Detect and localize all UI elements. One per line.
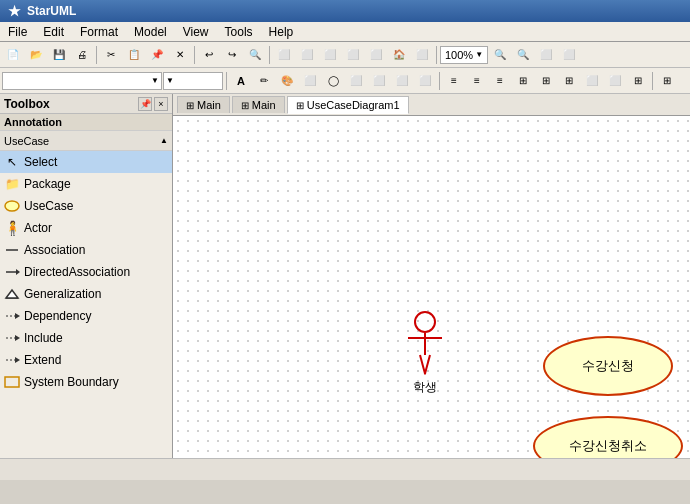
pen-btn[interactable]: ✏: [253, 70, 275, 92]
btn-e[interactable]: ⬜: [365, 44, 387, 66]
toolbox-item-dependency[interactable]: Dependency: [0, 305, 172, 327]
zoom-in-btn[interactable]: 🔍: [512, 44, 534, 66]
align4-btn[interactable]: ⊞: [512, 70, 534, 92]
usecase-1[interactable]: 수강신청: [543, 336, 673, 396]
tab-main2-icon: ⊞: [241, 100, 249, 111]
color-btn[interactable]: 🎨: [276, 70, 298, 92]
menu-tools[interactable]: Tools: [217, 24, 261, 40]
save-btn[interactable]: 💾: [48, 44, 70, 66]
align8-btn[interactable]: ⬜: [604, 70, 626, 92]
align6-btn[interactable]: ⊞: [558, 70, 580, 92]
menu-format[interactable]: Format: [72, 24, 126, 40]
paste-btn[interactable]: 📌: [146, 44, 168, 66]
select-label: Select: [24, 155, 57, 169]
align3-btn[interactable]: ≡: [489, 70, 511, 92]
text-btn[interactable]: A: [230, 70, 252, 92]
align5-btn[interactable]: ⊞: [535, 70, 557, 92]
toolbox-item-include[interactable]: Include: [0, 327, 172, 349]
toolbox-item-package[interactable]: 📁 Package: [0, 173, 172, 195]
scroll-up-btn[interactable]: ▲: [156, 132, 172, 150]
combo-dropdown-icon[interactable]: ▼: [151, 76, 159, 85]
canvas[interactable]: 학생 수강신청 수강신청취소 ✏ 수강인원확인 ✓ ✕: [173, 116, 690, 458]
redo-btn[interactable]: ↪: [221, 44, 243, 66]
menu-bar: File Edit Format Model View Tools Help: [0, 22, 690, 42]
sep5: [226, 72, 227, 90]
combo-box2[interactable]: ▼: [163, 72, 223, 90]
menu-edit[interactable]: Edit: [35, 24, 72, 40]
directed-assoc-label: DirectedAssociation: [24, 265, 130, 279]
svg-marker-7: [15, 313, 20, 319]
usecase-2[interactable]: 수강신청취소: [533, 416, 683, 458]
delete-btn[interactable]: ✕: [169, 44, 191, 66]
shape5-btn[interactable]: ⬜: [391, 70, 413, 92]
align7-btn[interactable]: ⬜: [581, 70, 603, 92]
btn-c[interactable]: ⬜: [319, 44, 341, 66]
zoom-fit-btn[interactable]: ⬜: [535, 44, 557, 66]
extra-btn[interactable]: ⊞: [656, 70, 678, 92]
btn-b[interactable]: ⬜: [296, 44, 318, 66]
toolbar-secondary: ▼ ▼ A ✏ 🎨 ⬜ ◯ ⬜ ⬜ ⬜ ⬜ ≡ ≡ ≡ ⊞ ⊞ ⊞ ⬜ ⬜ ⊞ …: [0, 68, 690, 94]
actor-body: [419, 333, 431, 375]
menu-help[interactable]: Help: [261, 24, 302, 40]
open-btn[interactable]: 📂: [25, 44, 47, 66]
actor-label: 학생: [413, 379, 437, 396]
toolbox-header: Toolbox 📌 ×: [0, 94, 172, 114]
undo-btn[interactable]: ↩: [198, 44, 220, 66]
toolbox-item-generalization[interactable]: Generalization: [0, 283, 172, 305]
tab-main1[interactable]: ⊞ Main: [177, 96, 230, 113]
zoom-page-btn[interactable]: ⬜: [558, 44, 580, 66]
extend-icon: [4, 352, 20, 368]
zoom-out-btn[interactable]: 🔍: [489, 44, 511, 66]
actor-icon: 🧍: [4, 220, 20, 236]
btn-d[interactable]: ⬜: [342, 44, 364, 66]
dependency-icon: [4, 308, 20, 324]
usecase-item-label: UseCase: [24, 199, 73, 213]
svg-rect-12: [5, 377, 19, 387]
align2-btn[interactable]: ≡: [466, 70, 488, 92]
toolbox-item-directed-assoc[interactable]: DirectedAssociation: [0, 261, 172, 283]
align9-btn[interactable]: ⊞: [627, 70, 649, 92]
toolbox-item-association[interactable]: Association: [0, 239, 172, 261]
zoom-input[interactable]: 100% ▼: [440, 46, 488, 64]
tab-usecase[interactable]: ⊞ UseCaseDiagram1: [287, 96, 409, 114]
toolbox-item-actor[interactable]: 🧍 Actor: [0, 217, 172, 239]
tab-main2[interactable]: ⊞ Main: [232, 96, 285, 113]
combo-box[interactable]: ▼: [2, 72, 162, 90]
copy-btn[interactable]: 📋: [123, 44, 145, 66]
sep3: [269, 46, 270, 64]
toolbox-pin-btn[interactable]: 📌: [138, 97, 152, 111]
print-btn[interactable]: 🖨: [71, 44, 93, 66]
btn-g[interactable]: ⬜: [411, 44, 433, 66]
combo2-dropdown-icon[interactable]: ▼: [166, 76, 174, 85]
shape4-btn[interactable]: ⬜: [368, 70, 390, 92]
zoom-value: 100%: [445, 49, 473, 61]
toolbox: Toolbox 📌 × Annotation UseCase ▲ ↖ Selec…: [0, 94, 173, 458]
toolbox-item-select[interactable]: ↖ Select: [0, 151, 172, 173]
menu-model[interactable]: Model: [126, 24, 175, 40]
cut-btn[interactable]: ✂: [100, 44, 122, 66]
shape6-btn[interactable]: ⬜: [414, 70, 436, 92]
actor-legs: [419, 355, 431, 375]
sep1: [96, 46, 97, 64]
toolbox-close-btn[interactable]: ×: [154, 97, 168, 111]
sep2: [194, 46, 195, 64]
shape3-btn[interactable]: ⬜: [345, 70, 367, 92]
association-icon: [4, 242, 20, 258]
toolbox-item-extend[interactable]: Extend: [0, 349, 172, 371]
actor-label: Actor: [24, 221, 52, 235]
btn-f[interactable]: 🏠: [388, 44, 410, 66]
find-btn[interactable]: 🔍: [244, 44, 266, 66]
actor-student[interactable]: 학생: [413, 311, 437, 396]
toolbox-item-usecase[interactable]: UseCase: [0, 195, 172, 217]
btn-a[interactable]: ⬜: [273, 44, 295, 66]
toolbox-item-system-boundary[interactable]: System Boundary: [0, 371, 172, 393]
menu-view[interactable]: View: [175, 24, 217, 40]
system-boundary-label: System Boundary: [24, 375, 119, 389]
menu-file[interactable]: File: [0, 24, 35, 40]
new-btn[interactable]: 📄: [2, 44, 24, 66]
toolbar-main: 📄 📂 💾 🖨 ✂ 📋 📌 ✕ ↩ ↪ 🔍 ⬜ ⬜ ⬜ ⬜ ⬜ 🏠 ⬜ 100%…: [0, 42, 690, 68]
shape2-btn[interactable]: ◯: [322, 70, 344, 92]
align-btn[interactable]: ≡: [443, 70, 465, 92]
shape-btn[interactable]: ⬜: [299, 70, 321, 92]
zoom-dropdown-icon[interactable]: ▼: [475, 50, 483, 59]
